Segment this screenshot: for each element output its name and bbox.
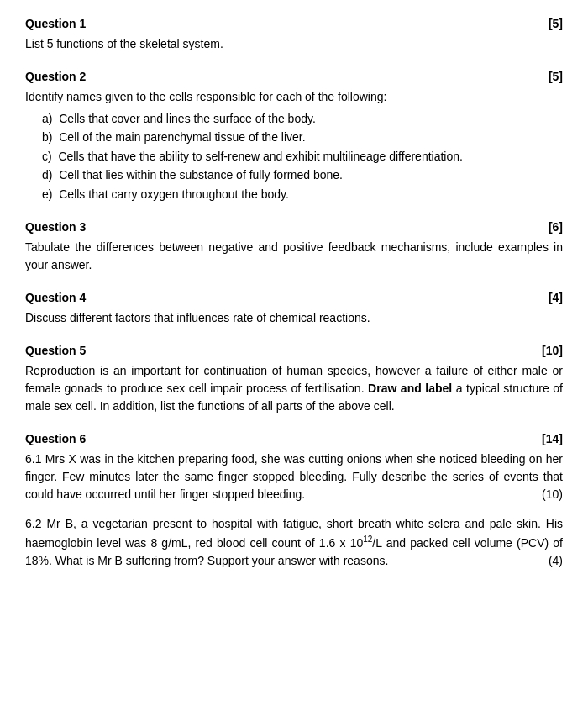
q2-sub-a: a) Cells that cover and lines the surfac… [42, 109, 563, 128]
question-3-header: Question 3 [6] [25, 220, 563, 234]
question-6-1-content: Mrs X was in the kitchen preparing food,… [25, 452, 563, 501]
question-5: Question 5 [10] Reproduction is an impor… [25, 344, 563, 415]
question-5-title: Question 5 [25, 344, 86, 357]
question-4-header: Question 4 [4] [25, 291, 563, 304]
q2-sub-a-text: Cells that cover and lines the surface o… [59, 112, 316, 125]
question-1-title: Question 1 [25, 17, 86, 30]
question-1-text: List 5 functions of the skeletal system. [25, 35, 563, 53]
question-3: Question 3 [6] Tabulate the differences … [25, 220, 563, 274]
question-5-header: Question 5 [10] [25, 344, 563, 357]
question-6: Question 6 [14] 6.1 Mrs X was in the kit… [25, 432, 563, 570]
question-3-marks: [6] [549, 220, 563, 234]
question-2-title: Question 2 [25, 70, 86, 83]
q2-sub-b: b) Cell of the main parenchymal tissue o… [42, 128, 563, 146]
question-6-1-label: 6.1 [25, 452, 41, 466]
question-6-1-text: 6.1 Mrs X was in the kitchen preparing f… [25, 450, 563, 503]
question-6-1-submarks: (10) [542, 486, 563, 503]
q2-sub-e: e) Cells that carry oxygen throughout th… [42, 185, 563, 203]
question-5-text: Reproduction is an important for continu… [25, 362, 563, 415]
question-2: Question 2 [5] Identify names given to t… [25, 70, 563, 203]
q2-sub-c-text: Cells that have the ability to self-rene… [58, 150, 462, 163]
q2-sub-d-label: d) [42, 168, 52, 182]
question-4-marks: [4] [549, 291, 563, 304]
question-6-header: Question 6 [14] [25, 432, 563, 445]
question-6-2-label: 6.2 [25, 517, 41, 530]
question-4: Question 4 [4] Discuss different factors… [25, 291, 563, 327]
question-6-2-submarks: (4) [549, 552, 563, 570]
q2-sub-d-text: Cell that lies within the substance of f… [59, 168, 343, 182]
question-6-title: Question 6 [25, 432, 86, 445]
q2-sub-d: d) Cell that lies within the substance o… [42, 166, 563, 184]
question-1-header: Question 1 [5] [25, 17, 563, 30]
q2-sub-c: c) Cells that have the ability to self-r… [42, 147, 563, 166]
question-5-marks: [10] [542, 344, 563, 357]
question-3-title: Question 3 [25, 220, 86, 234]
question-2-marks: [5] [549, 70, 563, 83]
question-1: Question 1 [5] List 5 functions of the s… [25, 17, 563, 53]
q2-sub-e-text: Cells that carry oxygen throughout the b… [59, 187, 289, 201]
q2-sub-c-label: c) [42, 150, 52, 163]
q2-sub-a-label: a) [42, 112, 52, 125]
q2-sub-b-text: Cell of the main parenchymal tissue of t… [59, 130, 305, 144]
question-1-marks: [5] [549, 17, 563, 30]
question-6-marks: [14] [542, 432, 563, 445]
question-5-bold-text: Draw and label [368, 382, 452, 395]
question-4-text: Discuss different factors that influence… [25, 309, 563, 327]
question-3-text: Tabulate the differences between negativ… [25, 239, 563, 274]
question-6-2-superscript: 12 [363, 535, 372, 544]
question-2-subitems: a) Cells that cover and lines the surfac… [42, 109, 563, 203]
question-6-2-text: 6.2 Mr B, a vegetarian present to hospit… [25, 515, 563, 570]
question-2-header: Question 2 [5] [25, 70, 563, 83]
q2-sub-e-label: e) [42, 187, 52, 201]
question-2-text: Identify names given to the cells respon… [25, 88, 563, 106]
q2-sub-b-label: b) [42, 130, 52, 144]
question-4-title: Question 4 [25, 291, 86, 304]
